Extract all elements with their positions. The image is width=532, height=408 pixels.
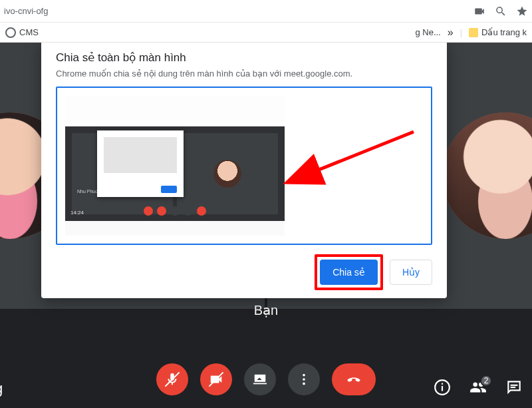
browser-address-bar: ivo-cnvi-ofg <box>0 0 532 23</box>
star-icon[interactable] <box>516 5 528 17</box>
share-screen-dialog: Chia sẻ toàn bộ màn hình Chrome muốn chi… <box>41 43 447 298</box>
camera-icon[interactable] <box>473 5 485 17</box>
bookmark-label: CMS <box>19 27 39 37</box>
globe-icon <box>5 27 16 38</box>
bookmark-overflow[interactable]: » <box>448 27 454 39</box>
search-icon[interactable] <box>495 5 507 17</box>
dialog-title: Chia sẻ toàn bộ màn hình <box>56 51 432 65</box>
svg-line-7 <box>314 132 414 172</box>
bookmark-folder-label: Dấu trang k <box>481 27 527 37</box>
dialog-buttons: Chia sẻ Hủy <box>56 254 432 290</box>
bookmark-folder[interactable]: Dấu trang k <box>469 27 527 37</box>
folder-icon <box>469 28 478 37</box>
screen-thumbnail: Nhu Phuong Nguyễn 14:24 <box>65 96 285 236</box>
mini-time: 14:24 <box>70 210 84 216</box>
bookmark-cms[interactable]: CMS <box>5 27 39 38</box>
dialog-subtitle: Chrome muốn chia sẻ nội dung trên màn hì… <box>56 69 432 79</box>
meet-canvas: Bạn g 2 <box>0 43 532 408</box>
url-fragment: ivo-cnvi-ofg <box>4 6 48 16</box>
bookmark-trimmed[interactable]: g Ne... <box>415 27 440 37</box>
annotation-arrow-icon <box>307 132 420 188</box>
cancel-button[interactable]: Hủy <box>390 260 432 285</box>
share-button[interactable]: Chia sẻ <box>320 260 378 285</box>
annotation-highlight: Chia sẻ <box>315 254 383 290</box>
dialog-overlay: Chia sẻ toàn bộ màn hình Chrome muốn chi… <box>0 43 532 408</box>
bookmarks-bar: CMS g Ne... » | Dấu trang k <box>0 23 532 43</box>
nested-dialog-thumb <box>97 130 184 197</box>
